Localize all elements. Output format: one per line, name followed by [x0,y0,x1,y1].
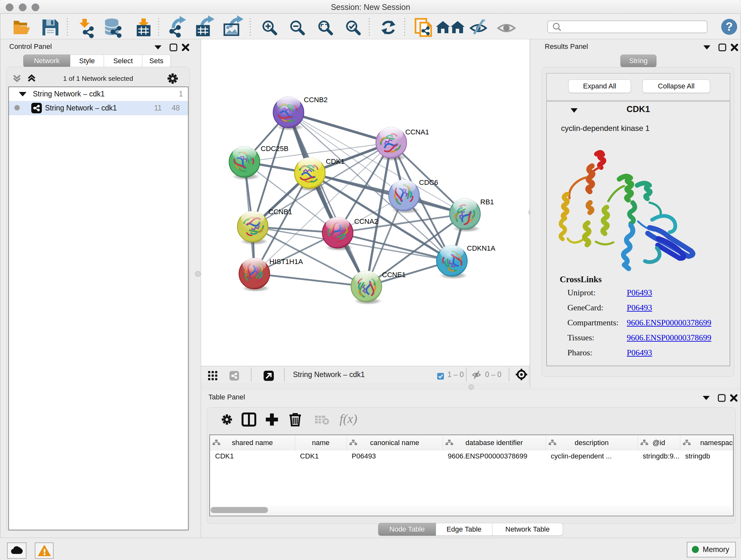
svg-text:CCNB1: CCNB1 [268,208,292,216]
svg-text:HIST1H1A: HIST1H1A [269,258,303,266]
svg-text:CCNE1: CCNE1 [382,271,406,279]
svg-text:CDKN1A: CDKN1A [467,244,495,252]
svg-text:0 – 0: 0 – 0 [485,370,501,379]
svg-text:1 – 0: 1 – 0 [448,370,464,379]
svg-text:CDK1: CDK1 [326,158,345,165]
svg-text:CCNB2: CCNB2 [304,96,328,104]
svg-text:CDC25B: CDC25B [261,145,288,152]
svg-text:CCNA2: CCNA2 [354,217,378,226]
svg-text:CDC6: CDC6 [419,179,438,186]
svg-text:f(x): f(x) [340,412,357,426]
svg-text:String Network – cdk1: String Network – cdk1 [293,370,365,379]
svg-text:CCNA1: CCNA1 [405,128,429,136]
svg-text:?: ? [726,20,733,33]
svg-text:RB1: RB1 [480,198,494,206]
